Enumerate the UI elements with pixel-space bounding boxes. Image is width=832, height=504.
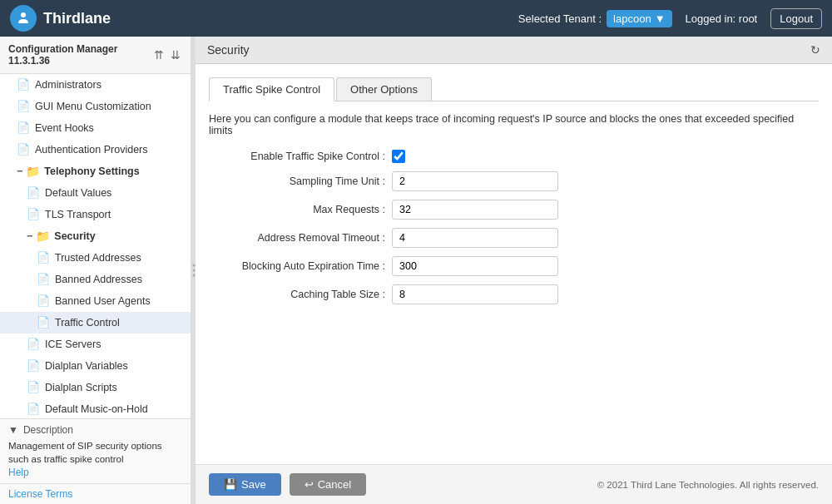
sidebar-label-dialplan-variables: Dialplan Variables [45,360,128,372]
content-area: Security ↻ Traffic Spike Control Other O… [196,37,832,504]
sidebar-item-default-values[interactable]: 📄 Default Values [0,182,191,204]
blocking-expiration-input[interactable] [392,256,558,276]
sidebar-label-banned-user-agents: Banned User Agents [55,295,151,307]
sidebar-item-gui-menu[interactable]: 📄 GUI Menu Customization [0,96,191,117]
document-icon: 📄 [37,251,50,264]
sampling-time-input[interactable] [392,171,558,191]
document-icon: 📄 [27,186,40,200]
cancel-label: Cancel [318,478,351,491]
navbar: Thirdlane Selected Tenant : lapcoon ▼ Lo… [0,0,832,37]
save-label: Save [241,478,266,491]
sidebar-item-auth-providers[interactable]: 📄 Authentication Providers [0,139,191,161]
navbar-right: Selected Tenant : lapcoon ▼ Logged in: r… [518,8,822,29]
sidebar-item-banned-user-agents[interactable]: 📄 Banned User Agents [0,290,191,312]
caching-table-label: Caching Table Size : [209,289,392,300]
sidebar-label-auth-providers: Authentication Providers [35,144,148,156]
address-removal-input[interactable] [392,228,558,248]
document-icon: 📄 [27,381,40,394]
enable-label: Enable Traffic Spike Control : [209,151,392,162]
sidebar-item-dialplan-variables[interactable]: 📄 Dialplan Variables [0,355,191,377]
document-icon: 📄 [27,359,40,373]
main-layout: Configuration Manager 11.3.1.36 ⇈ ⇊ 📄 Ad… [0,37,832,504]
content-title: Security [207,43,250,57]
sidebar-item-administrators[interactable]: 📄 Administrators [0,74,191,96]
document-icon: 📄 [27,338,40,351]
logout-button[interactable]: Logout [770,8,822,29]
minus-icon: − [27,230,32,242]
resize-dots [192,264,195,277]
tenant-value: lapcoon [613,12,651,25]
description-text: Management of SIP security options such … [8,439,182,466]
max-requests-input[interactable] [392,200,558,220]
sidebar-group-telephony[interactable]: − 📁 Telephony Settings [0,161,191,182]
sidebar-item-event-hooks[interactable]: 📄 Event Hooks [0,117,191,139]
sidebar-expand-button[interactable]: ⇊ [169,48,182,62]
sidebar-item-trusted-addresses[interactable]: 📄 Trusted Addresses [0,247,191,269]
document-icon: 📄 [27,403,40,416]
sidebar-description-area: ▼ Description Management of SIP security… [0,418,191,483]
form-row-sampling-time: Sampling Time Unit : [209,171,819,191]
save-icon: 💾 [224,478,237,491]
sidebar-controls: ⇈ ⇊ [152,48,182,62]
tab-bar: Traffic Spike Control Other Options [209,77,819,101]
sidebar-label-traffic-control: Traffic Control [55,317,120,329]
document-icon: 📄 [17,100,30,113]
form-row-max-requests: Max Requests : [209,200,819,220]
logo: Thirdlane [10,5,111,32]
document-icon: 📄 [37,316,50,329]
description-header[interactable]: ▼ Description [8,424,182,436]
minus-icon: − [17,166,22,177]
save-button[interactable]: 💾 Save [209,473,281,496]
form-row-enable: Enable Traffic Spike Control : [209,150,819,163]
cancel-button[interactable]: ↩ Cancel [290,473,366,496]
sidebar-label-default-music: Default Music-on-Hold [45,403,148,415]
sidebar-label-dialplan-scripts: Dialplan Scripts [45,382,117,393]
chevron-down-icon: ▼ [655,12,666,25]
tab-other-options[interactable]: Other Options [336,77,432,101]
help-link[interactable]: Help [8,467,29,478]
svg-point-0 [21,12,26,17]
sidebar-group-security[interactable]: − 📁 Security [0,225,191,247]
sidebar-title: Configuration Manager 11.3.1.36 [8,43,152,67]
sidebar-item-dialplan-scripts[interactable]: 📄 Dialplan Scripts [0,377,191,398]
sidebar: Configuration Manager 11.3.1.36 ⇈ ⇊ 📄 Ad… [0,37,191,504]
sidebar-label-banned-addresses: Banned Addresses [55,274,142,285]
form-row-caching-table: Caching Table Size : [209,284,819,304]
sidebar-item-tls-transport[interactable]: 📄 TLS Transport [0,204,191,225]
document-icon: 📄 [27,208,40,221]
folder-icon: 📁 [36,230,50,243]
description-title: Description [23,424,73,436]
content-footer: 💾 Save ↩ Cancel © 2021 Third Lane Techno… [196,464,832,504]
sidebar-item-banned-addresses[interactable]: 📄 Banned Addresses [0,269,191,290]
resize-handle[interactable] [191,37,196,504]
form-row-address-removal: Address Removal Timeout : [209,228,819,248]
tenant-label: Selected Tenant : [518,12,602,25]
tenant-dropdown[interactable]: lapcoon ▼ [607,10,671,27]
document-icon: 📄 [17,143,30,156]
copyright-text: © 2021 Third Lane Technologies. All righ… [597,480,819,490]
max-requests-label: Max Requests : [209,204,392,215]
sidebar-label-administrators: Administrators [35,79,102,91]
sidebar-collapse-button[interactable]: ⇈ [152,48,166,62]
sidebar-label-trusted-addresses: Trusted Addresses [55,252,141,264]
sidebar-label-ice-servers: ICE Servers [45,338,101,350]
sidebar-item-default-music[interactable]: 📄 Default Music-on-Hold [0,398,191,418]
form-row-blocking-expiration: Blocking Auto Expiration Time : [209,256,819,276]
sidebar-label-security: Security [54,230,95,242]
sidebar-item-ice-servers[interactable]: 📄 ICE Servers [0,334,191,355]
sidebar-label-gui-menu: GUI Menu Customization [35,101,151,112]
sidebar-label-tls-transport: TLS Transport [45,209,111,220]
refresh-button[interactable]: ↻ [810,43,820,57]
tab-traffic-spike-control[interactable]: Traffic Spike Control [209,77,334,101]
enable-checkbox[interactable] [392,150,405,163]
sidebar-item-traffic-control[interactable]: 📄 Traffic Control [0,312,191,334]
sidebar-label-event-hooks: Event Hooks [35,122,94,134]
license-terms-link[interactable]: License Terms [0,483,191,504]
document-icon: 📄 [37,294,50,308]
logged-in-text: Logged in: root [686,12,758,25]
address-removal-label: Address Removal Timeout : [209,232,392,244]
blocking-expiration-label: Blocking Auto Expiration Time : [209,260,392,272]
sidebar-label-default-values: Default Values [45,187,111,199]
caching-table-input[interactable] [392,284,558,304]
document-icon: 📄 [37,273,50,286]
